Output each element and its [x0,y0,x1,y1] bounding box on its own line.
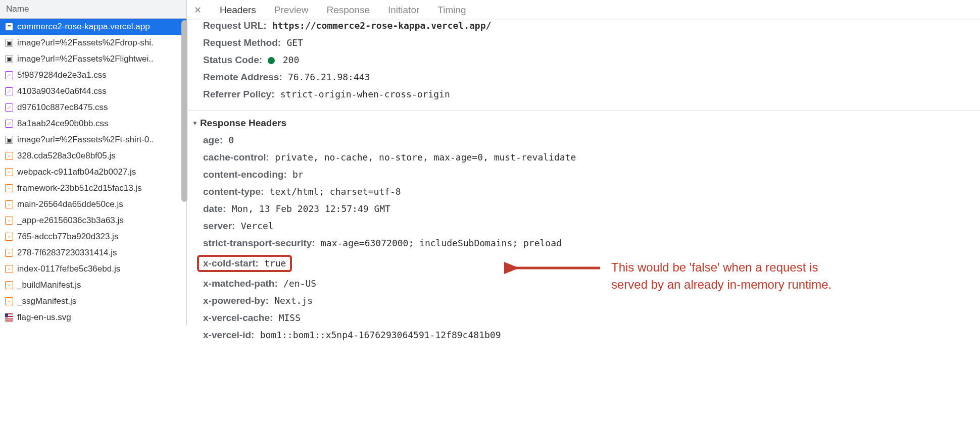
request-item-label: image?url=%2Fassets%2Ft-shirt-0.. [17,135,154,145]
header-row: x-powered-by: Next.js [203,292,980,309]
request-url-row: Request URL: https://commerce2-rose-kapp… [203,20,980,34]
remote-address-value: 76.76.21.98:443 [288,72,370,82]
tab-timing[interactable]: Timing [435,0,468,20]
status-code-row: Status Code: 200 [203,51,980,69]
header-label: x-matched-path: [203,278,278,289]
request-list[interactable]: ≡commerce2-rose-kappa.vercel.app▣image?u… [0,19,186,326]
tab-response[interactable]: Response [324,0,372,20]
header-row: server: Vercel [203,218,980,235]
request-item[interactable]: ◦_app-e26156036c3b3a63.js [0,212,186,229]
img-icon: ▣ [5,55,13,63]
header-row: x-vercel-cache: MISS [203,309,980,327]
request-item-label: image?url=%2Fassets%2Flightwei.. [17,54,154,64]
header-row: content-encoding: br [203,166,980,183]
header-row: date: Mon, 13 Feb 2023 12:57:49 GMT [203,200,980,218]
remote-address-row: Remote Address: 76.76.21.98:443 [203,69,980,86]
status-code-label: Status Code: [203,55,262,65]
request-item[interactable]: ▣image?url=%2Fassets%2Flightwei.. [0,51,186,67]
js-icon: ◦ [5,249,13,257]
header-row: x-cold-start: true [203,252,980,275]
referrer-policy-label: Referrer Policy: [203,89,275,99]
general-section: Request URL: https://commerce2-rose-kapp… [187,20,980,111]
sidebar-column-header[interactable]: Name [0,0,186,19]
request-item-label: _ssgManifest.js [17,296,76,306]
js-icon: ◦ [5,217,13,225]
header-label: x-vercel-id: [203,330,254,340]
request-method-label: Request Method: [203,37,281,48]
request-item-label: index-0117fefbe5c36ebd.js [17,264,120,274]
request-item[interactable]: ⟋8a1aab24ce90b0bb.css [0,116,186,132]
request-method-value: GET [286,37,303,48]
request-item-label: d97610c887ec8475.css [17,102,108,113]
header-value: 0 [228,135,234,145]
request-item-label: main-26564da65dde50ce.js [17,199,123,209]
request-item[interactable]: ⟋5f9879284de2e3a1.css [0,67,186,83]
headers-content: Request URL: https://commerce2-rose-kapp… [187,20,980,431]
request-item-label: 4103a9034e0a6f44.css [17,86,107,96]
request-item[interactable]: ◦_ssgManifest.js [0,293,186,309]
request-item[interactable]: ◦278-7f62837230331414.js [0,245,186,261]
js-icon: ◦ [5,200,13,208]
tab-preview[interactable]: Preview [272,0,311,20]
tab-headers[interactable]: Headers [218,0,258,20]
request-url-label: Request URL: [203,20,267,31]
response-headers-toggle[interactable]: ▼ Response Headers [187,111,980,132]
request-item[interactable]: ▣image?url=%2Fassets%2Ft-shirt-0.. [0,132,186,148]
header-value: Next.js [274,295,313,306]
js-icon: ◦ [5,152,13,160]
header-value: private, no-cache, no-store, max-age=0, … [275,152,576,163]
css-icon: ⟋ [5,120,13,128]
img-icon: ▣ [5,39,13,47]
header-row: strict-transport-security: max-age=63072… [203,235,980,252]
header-value: Mon, 13 Feb 2023 12:57:49 GMT [232,203,390,214]
request-item[interactable]: ◦_buildManifest.js [0,277,186,293]
request-item-label: framework-23bb51c2d15fac13.js [17,183,142,193]
header-value: true [264,258,286,268]
detail-tabs: ✕ Headers Preview Response Initiator Tim… [187,0,980,20]
request-item[interactable]: ◦main-26564da65dde50ce.js [0,196,186,212]
header-label: x-vercel-cache: [203,312,273,323]
details-panel: ✕ Headers Preview Response Initiator Tim… [187,0,980,431]
request-item[interactable]: ⟋4103a9034e0a6f44.css [0,83,186,99]
request-item[interactable]: ◦328.cda528a3c0e8bf05.js [0,148,186,164]
request-item-label: 278-7f62837230331414.js [17,248,117,258]
response-headers-title: Response Headers [200,118,286,129]
request-item[interactable]: ≡commerce2-rose-kappa.vercel.app [0,19,186,35]
header-label: x-cold-start: [203,258,259,268]
img-icon: ▣ [5,136,13,144]
header-row: content-type: text/html; charset=utf-8 [203,183,980,200]
header-value: max-age=63072000; includeSubDomains; pre… [321,238,562,248]
doc-icon: ≡ [5,23,13,31]
header-value: bom1::bom1::x5np4-1676293064591-12f89c48… [260,330,501,340]
header-label: strict-transport-security: [203,238,315,248]
request-item[interactable]: ⟋d97610c887ec8475.css [0,99,186,116]
request-item[interactable]: ◦index-0117fefbe5c36ebd.js [0,261,186,277]
request-item[interactable]: ◦webpack-c911afb04a2b0027.js [0,164,186,180]
request-item[interactable]: ▣image?url=%2Fassets%2Fdrop-shi. [0,35,186,51]
header-row: x-matched-path: /en-US [203,275,980,292]
js-icon: ◦ [5,265,13,273]
request-item-label: webpack-c911afb04a2b0027.js [17,167,136,177]
request-item-label: 8a1aab24ce90b0bb.css [17,119,109,129]
request-item[interactable]: ◦765-adccb77ba920d323.js [0,229,186,245]
header-label: content-encoding: [203,169,287,180]
css-icon: ⟋ [5,87,13,95]
css-icon: ⟋ [5,71,13,79]
js-icon: ◦ [5,168,13,176]
css-icon: ⟋ [5,103,13,112]
status-dot-icon [268,57,275,64]
header-label: age: [203,135,223,145]
header-row: cache-control: private, no-cache, no-sto… [203,149,980,166]
request-item[interactable]: ◦framework-23bb51c2d15fac13.js [0,180,186,196]
request-method-row: Request Method: GET [203,34,980,51]
request-item-label: _app-e26156036c3b3a63.js [17,216,124,226]
close-icon[interactable]: ✕ [192,5,204,16]
request-item[interactable]: flag-en-us.svg [0,309,186,326]
header-label: content-type: [203,186,264,197]
request-item-label: 5f9879284de2e3a1.css [17,70,107,80]
tab-initiator[interactable]: Initiator [386,0,421,20]
request-url-value: https://commerce2-rose-kappa.vercel.app/ [272,20,491,31]
header-value: Vercel [241,221,274,231]
request-item-label: commerce2-rose-kappa.vercel.app [17,22,150,32]
header-label: date: [203,203,226,214]
